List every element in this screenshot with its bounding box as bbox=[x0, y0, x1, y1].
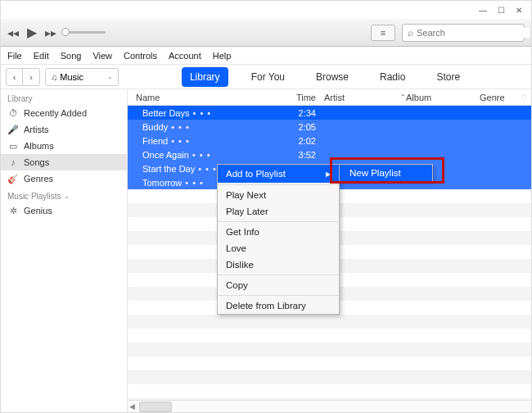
context-love[interactable]: Love bbox=[218, 240, 339, 256]
nav-back-button[interactable]: ‹ bbox=[7, 69, 23, 85]
genius-icon: ✲ bbox=[7, 206, 19, 216]
tab-radio[interactable]: Radio bbox=[372, 67, 413, 87]
separator bbox=[218, 275, 339, 275]
search-icon: ⌕ bbox=[408, 27, 413, 39]
menu-controls[interactable]: Controls bbox=[124, 51, 157, 61]
context-dislike[interactable]: Dislike bbox=[218, 256, 339, 273]
separator bbox=[218, 221, 339, 222]
song-name: Tomorrow bbox=[142, 178, 182, 188]
sidebar-item-genres[interactable]: 🎸Genres bbox=[1, 170, 127, 187]
more-icon[interactable]: • • • bbox=[192, 108, 211, 118]
context-copy[interactable]: Copy bbox=[218, 277, 339, 293]
separator bbox=[218, 295, 339, 296]
table-row bbox=[128, 315, 531, 329]
mic-icon: 🎤 bbox=[7, 125, 19, 135]
table-row bbox=[128, 329, 531, 343]
more-icon[interactable]: • • • bbox=[171, 122, 190, 132]
menu-view[interactable]: View bbox=[92, 51, 112, 61]
context-play-later[interactable]: Play Later bbox=[218, 203, 339, 220]
note-icon: ♪ bbox=[7, 157, 19, 167]
sidebar-item-artists[interactable]: 🎤Artists bbox=[1, 121, 127, 138]
song-name: Start the Day bbox=[142, 164, 195, 174]
source-selector[interactable]: ♫ Music ⌄ bbox=[45, 68, 119, 86]
table-row bbox=[128, 343, 531, 356]
table-row[interactable]: Better Days • • •2:34 bbox=[128, 106, 531, 120]
column-time[interactable]: Time bbox=[283, 93, 324, 102]
tab-library[interactable]: Library bbox=[182, 67, 228, 87]
search-field[interactable] bbox=[417, 28, 530, 38]
song-name: Buddy bbox=[142, 122, 168, 132]
column-love[interactable]: ♡ bbox=[516, 93, 531, 102]
fast-forward-button[interactable]: ▸▸ bbox=[45, 26, 56, 39]
submenu-arrow-icon: ▸ bbox=[326, 168, 331, 179]
play-button[interactable]: ▶ bbox=[27, 25, 37, 40]
tab-browse[interactable]: Browse bbox=[308, 67, 357, 87]
column-artist[interactable]: Artist⌃ bbox=[324, 93, 406, 102]
menu-file[interactable]: File bbox=[7, 51, 22, 61]
sidebar-item-albums[interactable]: ▭Albums bbox=[1, 138, 127, 154]
column-name[interactable]: Name bbox=[128, 93, 283, 102]
menu-edit[interactable]: Edit bbox=[34, 51, 49, 61]
table-row bbox=[128, 356, 531, 370]
close-button[interactable]: ✕ bbox=[513, 4, 525, 16]
sort-arrow-icon: ⌃ bbox=[400, 93, 406, 101]
minimize-button[interactable]: — bbox=[477, 4, 489, 16]
rewind-button[interactable]: ◂◂ bbox=[7, 26, 19, 39]
song-time: 2:34 bbox=[283, 108, 324, 118]
context-submenu: New Playlist bbox=[339, 164, 433, 182]
more-icon[interactable]: • • • bbox=[192, 150, 211, 160]
menubar: File Edit Song View Controls Account Hel… bbox=[1, 47, 531, 65]
context-add-to-playlist[interactable]: Add to Playlist ▸ bbox=[218, 165, 339, 183]
song-name: Once Again bbox=[142, 150, 189, 160]
clock-icon: ⏱ bbox=[7, 108, 19, 118]
sidebar-item-songs[interactable]: ♪Songs bbox=[1, 154, 127, 170]
table-row[interactable]: Buddy • • •2:05 bbox=[128, 120, 531, 134]
separator bbox=[218, 184, 339, 185]
context-get-info[interactable]: Get Info bbox=[218, 224, 339, 240]
menu-help[interactable]: Help bbox=[213, 51, 232, 61]
more-icon[interactable]: • • • bbox=[185, 178, 204, 188]
nav-forward-button[interactable]: › bbox=[23, 69, 39, 85]
sidebar-head-library: Library bbox=[1, 89, 127, 105]
column-genre[interactable]: Genre bbox=[480, 93, 516, 102]
up-next-button[interactable]: ≡ bbox=[371, 25, 395, 41]
table-row bbox=[128, 370, 531, 384]
album-icon: ▭ bbox=[7, 141, 19, 152]
song-name: Friend bbox=[142, 136, 168, 146]
context-menu: Add to Playlist ▸ Play Next Play Later G… bbox=[217, 164, 340, 315]
submenu-new-playlist[interactable]: New Playlist bbox=[340, 165, 432, 181]
search-input[interactable]: ⌕ bbox=[402, 24, 525, 42]
song-time: 2:05 bbox=[283, 122, 324, 132]
chevron-down-icon: ⌄ bbox=[64, 193, 70, 200]
tab-store[interactable]: Store bbox=[428, 67, 468, 87]
column-album[interactable]: Album bbox=[406, 93, 480, 102]
context-play-next[interactable]: Play Next bbox=[218, 187, 339, 203]
more-icon[interactable]: • • • bbox=[171, 136, 190, 146]
menu-account[interactable]: Account bbox=[169, 51, 201, 61]
table-row bbox=[128, 384, 531, 398]
song-name: Better Days bbox=[142, 108, 189, 118]
song-time: 3:52 bbox=[283, 150, 324, 160]
guitar-icon: 🎸 bbox=[7, 174, 19, 184]
volume-slider[interactable] bbox=[65, 31, 106, 34]
maximize-button[interactable]: ☐ bbox=[495, 4, 507, 16]
table-row[interactable]: Friend • • •2:02 bbox=[128, 134, 531, 148]
tab-for-you[interactable]: For You bbox=[243, 67, 293, 87]
menu-song[interactable]: Song bbox=[61, 51, 82, 61]
song-time: 2:02 bbox=[283, 136, 324, 146]
sidebar-item-genius[interactable]: ✲Genius bbox=[1, 202, 127, 219]
context-delete[interactable]: Delete from Library bbox=[218, 297, 339, 314]
sidebar-head-playlists[interactable]: Music Playlists⌄ bbox=[1, 187, 127, 202]
sidebar-item-recently-added[interactable]: ⏱Recently Added bbox=[1, 105, 127, 121]
horizontal-scrollbar[interactable]: ◀ bbox=[128, 400, 531, 412]
more-icon[interactable]: • • • bbox=[198, 164, 217, 174]
chevron-down-icon: ⌄ bbox=[107, 73, 113, 80]
table-row[interactable]: Once Again • • •3:52 bbox=[128, 148, 531, 161]
